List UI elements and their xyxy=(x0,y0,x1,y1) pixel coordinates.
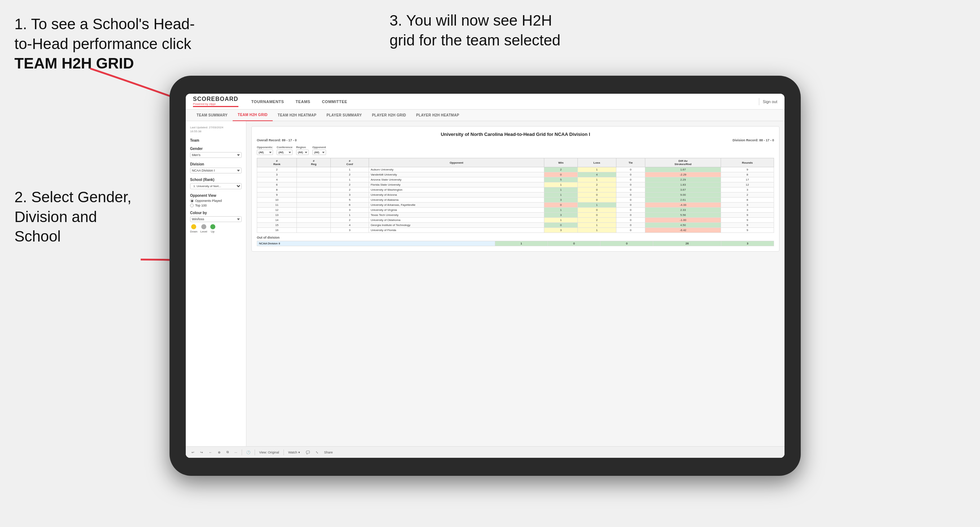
annotation-2: 2. Select Gender, Division and School xyxy=(14,187,188,246)
cell-opponent: University of Arizona xyxy=(369,192,544,198)
cell-opponent: Florida State University xyxy=(369,183,544,187)
cell-rounds: 9 xyxy=(721,167,774,172)
radio-top100[interactable]: Top 100 xyxy=(190,204,242,207)
cell-conf: 2 xyxy=(331,187,369,192)
cell-loss: 1 xyxy=(578,177,616,183)
table-row: 13 1 Texas Tech University 3 0 0 5.56 9 xyxy=(257,213,774,218)
col-loss: Loss xyxy=(578,158,616,167)
sub-nav-team-summary[interactable]: TEAM SUMMARY xyxy=(191,110,233,121)
sub-nav-team-h2h-grid[interactable]: TEAM H2H GRID xyxy=(233,110,273,121)
cell-conf: 2 xyxy=(331,218,369,223)
sub-nav-player-summary[interactable]: PLAYER SUMMARY xyxy=(321,110,367,121)
cell-opponent: University of Virginia xyxy=(369,208,544,213)
col-reg: #Reg xyxy=(297,158,331,167)
legend-down: Down xyxy=(190,224,197,233)
watch-btn[interactable]: Watch ▾ xyxy=(287,450,302,455)
sidebar-school-section: School (Rank) 1. University of Nort... xyxy=(190,178,242,189)
annotation-3: 3. You will now see H2H grid for the tea… xyxy=(390,11,642,50)
col-conf: #Conf xyxy=(331,158,369,167)
sub-nav-player-h2h-heatmap[interactable]: PLAYER H2H HEATMAP xyxy=(411,110,464,121)
tablet-screen: SCOREBOARD Powered by clippi TOURNAMENTS… xyxy=(186,94,784,458)
more-btn[interactable]: ··· xyxy=(233,450,239,455)
cell-loss: 0 xyxy=(578,187,616,192)
cell-reg xyxy=(297,198,331,203)
out-div-name: NCAA Division II xyxy=(257,241,495,246)
sub-nav-player-h2h-grid[interactable]: PLAYER H2H GRID xyxy=(367,110,411,121)
cell-win: 0 xyxy=(544,223,578,228)
app-nav: SCOREBOARD Powered by clippi TOURNAMENTS… xyxy=(186,94,784,110)
cell-rank: 14 xyxy=(257,218,297,223)
cell-loss: 0 xyxy=(578,208,616,213)
back-btn[interactable]: ← xyxy=(207,450,213,455)
cell-rounds: 3 xyxy=(721,203,774,208)
table-row: 9 3 University of Arizona 1 0 0 9.00 2 xyxy=(257,192,774,198)
table-row: 16 3 University of Florida 3 1 0 -6.42 9 xyxy=(257,228,774,233)
cell-conf: 4 xyxy=(331,223,369,228)
school-select[interactable]: 1. University of Nort... xyxy=(190,183,242,189)
cell-diff: -1.00 xyxy=(645,218,721,223)
cell-rounds: 3 xyxy=(721,187,774,192)
nav-committee[interactable]: COMMITTEE xyxy=(316,94,353,110)
h2h-table: #Rank #Reg #Conf Opponent Win Loss Tie D… xyxy=(257,158,774,233)
col-rounds: Rounds xyxy=(721,158,774,167)
grid-area: University of North Carolina Head-to-Hea… xyxy=(247,121,784,458)
cell-win: 1 xyxy=(544,208,578,213)
comment-btn[interactable]: 💬 xyxy=(304,450,311,455)
division-select[interactable]: NCAA Division I xyxy=(190,168,242,173)
opponents-filter-select[interactable]: (All) xyxy=(257,149,273,155)
legend-dot-up xyxy=(210,224,215,229)
sidebar-gender-label: Gender xyxy=(190,147,242,151)
cell-win: 1 xyxy=(544,187,578,192)
filter-opponents: Opponents: (All) xyxy=(257,146,273,155)
out-div-win: 1 xyxy=(495,241,547,246)
opponent-filter-select[interactable]: (All) xyxy=(312,149,326,155)
cell-rank: 10 xyxy=(257,198,297,203)
nav-teams[interactable]: TEAMS xyxy=(290,94,316,110)
cell-tie: 0 xyxy=(616,223,645,228)
col-opponent: Opponent xyxy=(369,158,544,167)
sidebar-opponent-view-label: Opponent View xyxy=(190,194,242,198)
cell-win: 0 xyxy=(544,203,578,208)
sub-nav: TEAM SUMMARY TEAM H2H GRID TEAM H2H HEAT… xyxy=(186,110,784,121)
zoom-btn[interactable]: ⤡ xyxy=(314,450,320,455)
radio-opponents-played[interactable]: Opponents Played xyxy=(190,199,242,203)
grid-title: University of North Carolina Head-to-Hea… xyxy=(257,132,774,137)
share-btn[interactable]: Share xyxy=(323,450,334,455)
sign-out-button[interactable]: Sign out xyxy=(763,100,777,104)
cell-rounds: 17 xyxy=(721,177,774,183)
nav-tournaments[interactable]: TOURNAMENTS xyxy=(246,94,290,110)
undo-btn[interactable]: ↩ xyxy=(190,450,196,455)
cell-loss: 0 xyxy=(578,213,616,218)
opponent-view-radio-group: Opponents Played Top 100 xyxy=(190,199,242,207)
col-diff: Diff AvStrokes/Rnd xyxy=(645,158,721,167)
cell-conf: 3 xyxy=(331,208,369,213)
gender-select[interactable]: Men's xyxy=(190,152,242,158)
forward-btn[interactable]: ⊕ xyxy=(216,450,222,455)
cell-opponent: University of Florida xyxy=(369,228,544,233)
cell-rank: 4 xyxy=(257,177,297,183)
cell-tie: 0 xyxy=(616,167,645,172)
clock-btn[interactable]: 🕐 xyxy=(245,450,252,455)
sub-nav-team-h2h-heatmap[interactable]: TEAM H2H HEATMAP xyxy=(273,110,321,121)
cell-reg xyxy=(297,228,331,233)
conference-filter-select[interactable]: (All) xyxy=(277,149,293,155)
legend-level: Level xyxy=(200,224,207,233)
cell-win: 3 xyxy=(544,198,578,203)
table-row: 12 3 University of Virginia 1 0 0 2.33 3 xyxy=(257,208,774,213)
out-div-diff: 26 xyxy=(653,241,721,246)
view-btn[interactable]: View: Original xyxy=(258,450,281,455)
cell-loss: 0 xyxy=(578,198,616,203)
cell-reg xyxy=(297,203,331,208)
grid-records: Overall Record: 89 - 17 - 0 Division Rec… xyxy=(257,138,774,142)
table-row: 10 5 University of Alabama 3 0 0 2.61 8 xyxy=(257,198,774,203)
colour-select[interactable]: Win/loss xyxy=(190,216,242,222)
region-filter-select[interactable]: (All) xyxy=(296,149,309,155)
cell-tie: 0 xyxy=(616,187,645,192)
copy-btn[interactable]: ⧉ xyxy=(225,449,230,455)
redo-btn[interactable]: ↪ xyxy=(199,450,205,455)
cell-tie: 0 xyxy=(616,228,645,233)
out-division-table: NCAA Division II 1 0 0 26 3 xyxy=(257,241,774,246)
cell-rounds: 9 xyxy=(721,213,774,218)
cell-win: 5 xyxy=(544,177,578,183)
sidebar-division-section: Division NCAA Division I xyxy=(190,162,242,173)
